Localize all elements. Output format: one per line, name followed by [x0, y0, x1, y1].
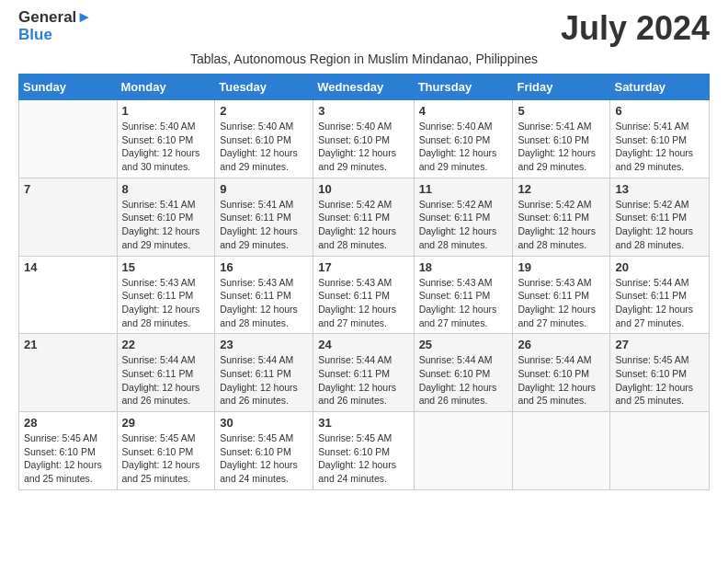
day-number: 15 — [122, 260, 210, 274]
day-of-week-header: Tuesday — [215, 75, 313, 100]
day-number: 2 — [220, 104, 308, 118]
day-number: 16 — [220, 260, 308, 274]
day-info: Sunrise: 5:42 AMSunset: 6:11 PMDaylight:… — [318, 198, 408, 252]
day-info: Sunrise: 5:44 AMSunset: 6:11 PMDaylight:… — [615, 276, 704, 330]
calendar-cell: 8Sunrise: 5:41 AMSunset: 6:10 PMDaylight… — [117, 178, 215, 256]
calendar-table: SundayMondayTuesdayWednesdayThursdayFrid… — [18, 74, 710, 490]
calendar-cell: 1Sunrise: 5:40 AMSunset: 6:10 PMDaylight… — [117, 100, 215, 178]
day-info: Sunrise: 5:45 AMSunset: 6:10 PMDaylight:… — [122, 431, 210, 486]
calendar-cell: 19Sunrise: 5:43 AMSunset: 6:11 PMDayligh… — [513, 256, 610, 334]
header: General► Blue July 2024 — [18, 9, 710, 48]
calendar-cell: 28Sunrise: 5:45 AMSunset: 6:10 PMDayligh… — [19, 412, 118, 490]
calendar-cell: 2Sunrise: 5:40 AMSunset: 6:10 PMDaylight… — [215, 100, 313, 178]
calendar-cell — [610, 412, 710, 490]
calendar-cell — [19, 100, 118, 178]
calendar-cell: 13Sunrise: 5:42 AMSunset: 6:11 PMDayligh… — [610, 178, 710, 256]
day-number: 17 — [318, 260, 408, 274]
day-number: 11 — [419, 182, 508, 196]
day-number: 12 — [518, 182, 605, 196]
day-info: Sunrise: 5:41 AMSunset: 6:10 PMDaylight:… — [122, 198, 210, 252]
calendar-cell: 6Sunrise: 5:41 AMSunset: 6:10 PMDaylight… — [610, 100, 710, 178]
day-info: Sunrise: 5:42 AMSunset: 6:11 PMDaylight:… — [419, 198, 508, 252]
day-number: 29 — [122, 416, 210, 430]
day-number: 31 — [318, 416, 408, 430]
calendar-cell — [414, 412, 513, 490]
calendar-cell: 7 — [19, 178, 118, 256]
calendar-cell: 15Sunrise: 5:43 AMSunset: 6:11 PMDayligh… — [117, 256, 215, 334]
day-info: Sunrise: 5:42 AMSunset: 6:11 PMDaylight:… — [615, 198, 704, 252]
day-of-week-header: Sunday — [19, 75, 118, 100]
day-info: Sunrise: 5:40 AMSunset: 6:10 PMDaylight:… — [220, 120, 308, 174]
day-number: 3 — [318, 104, 408, 118]
calendar-cell — [513, 412, 610, 490]
day-number: 19 — [518, 260, 605, 274]
calendar-cell: 26Sunrise: 5:44 AMSunset: 6:10 PMDayligh… — [513, 334, 610, 412]
day-number: 22 — [122, 338, 210, 351]
day-info: Sunrise: 5:45 AMSunset: 6:10 PMDaylight:… — [24, 431, 112, 486]
day-number: 5 — [518, 104, 605, 118]
day-number: 4 — [419, 104, 508, 118]
calendar-cell: 30Sunrise: 5:45 AMSunset: 6:10 PMDayligh… — [215, 412, 313, 490]
day-of-week-header: Saturday — [610, 75, 710, 100]
day-of-week-header: Friday — [513, 75, 610, 100]
day-info: Sunrise: 5:40 AMSunset: 6:10 PMDaylight:… — [122, 120, 210, 174]
logo-general: General► — [18, 9, 92, 27]
day-number: 24 — [318, 338, 408, 351]
day-info: Sunrise: 5:41 AMSunset: 6:10 PMDaylight:… — [518, 120, 605, 174]
day-number: 27 — [615, 338, 704, 351]
day-number: 26 — [518, 338, 605, 351]
calendar-cell: 16Sunrise: 5:43 AMSunset: 6:11 PMDayligh… — [215, 256, 313, 334]
calendar-cell: 27Sunrise: 5:45 AMSunset: 6:10 PMDayligh… — [610, 334, 710, 412]
calendar-cell: 24Sunrise: 5:44 AMSunset: 6:11 PMDayligh… — [313, 334, 414, 412]
day-number: 21 — [24, 338, 112, 351]
day-info: Sunrise: 5:44 AMSunset: 6:11 PMDaylight:… — [122, 353, 210, 408]
calendar-cell: 23Sunrise: 5:44 AMSunset: 6:11 PMDayligh… — [215, 334, 313, 412]
day-info: Sunrise: 5:44 AMSunset: 6:11 PMDaylight:… — [318, 353, 408, 408]
day-info: Sunrise: 5:43 AMSunset: 6:11 PMDaylight:… — [318, 276, 408, 330]
day-info: Sunrise: 5:43 AMSunset: 6:11 PMDaylight:… — [518, 276, 605, 330]
calendar-cell: 9Sunrise: 5:41 AMSunset: 6:11 PMDaylight… — [215, 178, 313, 256]
logo-text: General► Blue — [18, 9, 92, 43]
day-info: Sunrise: 5:45 AMSunset: 6:10 PMDaylight:… — [220, 431, 308, 486]
day-info: Sunrise: 5:41 AMSunset: 6:10 PMDaylight:… — [615, 120, 704, 174]
day-number: 13 — [615, 182, 704, 196]
day-number: 6 — [615, 104, 704, 118]
day-number: 30 — [220, 416, 308, 430]
day-info: Sunrise: 5:43 AMSunset: 6:11 PMDaylight:… — [220, 276, 308, 330]
calendar-cell: 22Sunrise: 5:44 AMSunset: 6:11 PMDayligh… — [117, 334, 215, 412]
logo-blue: Blue — [18, 27, 92, 44]
day-info: Sunrise: 5:44 AMSunset: 6:10 PMDaylight:… — [419, 353, 508, 408]
calendar-cell: 17Sunrise: 5:43 AMSunset: 6:11 PMDayligh… — [313, 256, 414, 334]
day-info: Sunrise: 5:43 AMSunset: 6:11 PMDaylight:… — [122, 276, 210, 330]
day-info: Sunrise: 5:45 AMSunset: 6:10 PMDaylight:… — [318, 431, 408, 486]
calendar-cell: 31Sunrise: 5:45 AMSunset: 6:10 PMDayligh… — [313, 412, 414, 490]
calendar-cell: 14 — [19, 256, 118, 334]
logo: General► Blue — [18, 9, 92, 43]
day-number: 18 — [419, 260, 508, 274]
calendar-cell: 20Sunrise: 5:44 AMSunset: 6:11 PMDayligh… — [610, 256, 710, 334]
calendar-cell: 5Sunrise: 5:41 AMSunset: 6:10 PMDaylight… — [513, 100, 610, 178]
calendar-cell: 18Sunrise: 5:43 AMSunset: 6:11 PMDayligh… — [414, 256, 513, 334]
calendar-cell: 4Sunrise: 5:40 AMSunset: 6:10 PMDaylight… — [414, 100, 513, 178]
day-info: Sunrise: 5:40 AMSunset: 6:10 PMDaylight:… — [318, 120, 408, 174]
day-of-week-header: Wednesday — [313, 75, 414, 100]
calendar-cell: 21 — [19, 334, 118, 412]
calendar-cell: 25Sunrise: 5:44 AMSunset: 6:10 PMDayligh… — [414, 334, 513, 412]
calendar-cell: 12Sunrise: 5:42 AMSunset: 6:11 PMDayligh… — [513, 178, 610, 256]
day-info: Sunrise: 5:43 AMSunset: 6:11 PMDaylight:… — [419, 276, 508, 330]
day-number: 20 — [615, 260, 704, 274]
day-number: 10 — [318, 182, 408, 196]
calendar-subtitle: Tablas, Autonomous Region in Muslim Mind… — [18, 52, 710, 66]
calendar-cell: 10Sunrise: 5:42 AMSunset: 6:11 PMDayligh… — [313, 178, 414, 256]
month-title: July 2024 — [561, 9, 710, 48]
day-number: 25 — [419, 338, 508, 351]
day-of-week-header: Monday — [117, 75, 215, 100]
day-info: Sunrise: 5:40 AMSunset: 6:10 PMDaylight:… — [419, 120, 508, 174]
calendar-cell: 29Sunrise: 5:45 AMSunset: 6:10 PMDayligh… — [117, 412, 215, 490]
day-of-week-header: Thursday — [414, 75, 513, 100]
day-info: Sunrise: 5:41 AMSunset: 6:11 PMDaylight:… — [220, 198, 308, 252]
day-number: 1 — [122, 104, 210, 118]
day-number: 7 — [24, 182, 112, 196]
day-info: Sunrise: 5:42 AMSunset: 6:11 PMDaylight:… — [518, 198, 605, 252]
day-info: Sunrise: 5:45 AMSunset: 6:10 PMDaylight:… — [615, 353, 704, 408]
